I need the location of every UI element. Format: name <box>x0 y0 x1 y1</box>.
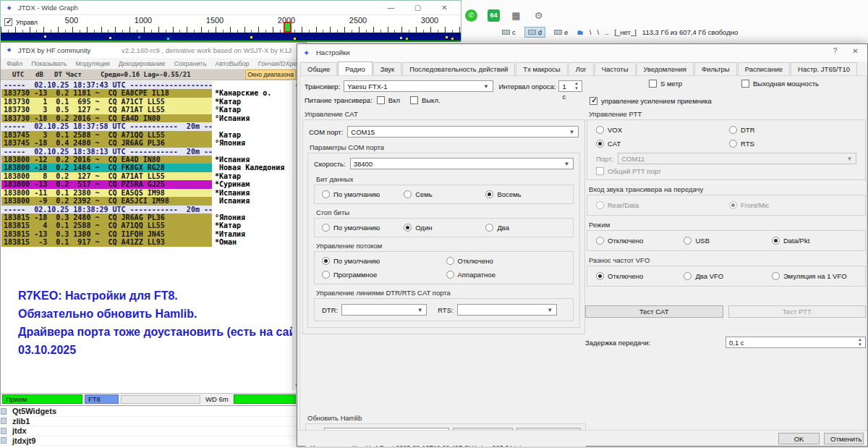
test-cat-button[interactable]: Тест CAT <box>585 305 723 318</box>
path-root[interactable]: \ <box>590 28 592 36</box>
decode-message[interactable]: 183815 4 0.1 2588 ~ CQ A71QQ LL55 <box>1 221 212 229</box>
radio-option[interactable]: Семь <box>404 190 485 198</box>
decode-list[interactable]: ----- 02.10.25 18:37:43 UTC ------------… <box>1 81 292 247</box>
waterfall-display[interactable] <box>1 33 461 41</box>
decode-message[interactable]: 183800 -18 0.2 1484 ~ CQ FK8GX RG28 <box>1 164 212 172</box>
tab-tx-макросы[interactable]: Tx макросы <box>516 62 567 76</box>
tx-delay-spinner[interactable]: 0,1 с▲▼ <box>726 337 866 348</box>
radio-option[interactable]: DTR <box>729 126 862 134</box>
radio-option[interactable]: Восемь <box>485 190 570 198</box>
settings-titlebar[interactable]: ✦ Настройки ? ✕ <box>297 44 867 62</box>
control-checkbox[interactable] <box>4 18 12 26</box>
com-port-combo[interactable]: COM15▼ <box>347 126 579 138</box>
radio-icon[interactable] <box>404 224 412 232</box>
radio-icon[interactable] <box>684 272 692 280</box>
radio-option[interactable]: Data/Pkt <box>772 237 862 245</box>
decode-row[interactable]: 183730 -18 0.2 2016 ~ CQ EA4D IN80°Испан… <box>1 114 292 122</box>
ok-button[interactable]: OK <box>778 433 820 444</box>
decode-message[interactable]: 183800 8 0.2 127 ~ CQ A71AT LL55 <box>1 172 212 180</box>
file-row[interactable]: jtdx <box>0 426 297 436</box>
decode-row[interactable]: 183800 -18 0.2 1484 ~ CQ FK8GX RG28 Нова… <box>1 164 292 172</box>
menu-item[interactable]: Показывать <box>27 60 71 67</box>
decode-message[interactable]: 183730 -13 0.2 1181 ~ CQ EA8CPE IL18 <box>1 89 212 97</box>
spinner-arrows-icon[interactable]: ▲▼ <box>856 337 864 347</box>
power-off-option[interactable]: Выкл. <box>410 96 441 104</box>
power-on-option[interactable]: Вкл <box>377 96 400 104</box>
dtr-combo[interactable]: ▼ <box>341 304 427 316</box>
tab-лог[interactable]: Лог <box>569 62 594 76</box>
decode-message[interactable]: 183800 -12 0.2 2016 ~ CQ EA4D IN80 <box>1 156 212 164</box>
file-row[interactable]: zlib1 <box>0 417 297 427</box>
path-up[interactable]: .. <box>605 28 608 36</box>
decode-row[interactable]: 183800 -13 0.2 517 ~ CQ PZ5RA GJ25*Сурин… <box>1 180 292 188</box>
folder-icon[interactable]: 🖿 <box>576 28 584 36</box>
decode-row[interactable]: 183745 3 0.1 2588 ~ CQ A71QQ LL55 Катар <box>1 131 292 139</box>
decode-row[interactable]: 183800 -11 0.1 2380 ~ CQ EA5QS IM98*Испа… <box>1 189 292 197</box>
decode-message[interactable]: 183745 -18 0.4 2480 ~ CQ JR6AG PL36 <box>1 139 212 147</box>
radio-option[interactable]: USB <box>684 237 771 245</box>
radio-icon[interactable] <box>404 190 412 198</box>
64bit-badge-icon[interactable]: 64 <box>488 9 500 22</box>
drive-e[interactable]: e <box>551 28 571 37</box>
decode-message[interactable]: 183800 -13 0.2 517 ~ CQ PZ5RA GJ25 <box>1 180 212 188</box>
decode-row[interactable]: 183730 3 0.5 127 ~ CQ A71AT LL55°Катар <box>1 106 292 114</box>
smeter-option[interactable]: S метр <box>649 80 682 88</box>
radio-option[interactable]: По умолчанию <box>322 224 404 232</box>
radio-option[interactable]: Два VFO <box>684 272 771 280</box>
radio-icon[interactable] <box>322 224 330 232</box>
tab-частоты[interactable]: Частоты <box>595 62 636 76</box>
radio-icon[interactable] <box>772 272 780 280</box>
decode-message[interactable]: 183800 -9 0.2 2392 ~ CQ EA5JCI IM98 <box>1 197 212 205</box>
radio-option[interactable]: Два <box>485 224 570 232</box>
decode-row[interactable]: 183815 -3 0.1 917 ~ CQ A41ZZ LL93*Оман <box>1 238 292 246</box>
tab-расписание[interactable]: Расписание <box>738 62 790 76</box>
radio-icon[interactable] <box>729 126 737 134</box>
close-button[interactable]: ✕ <box>434 1 455 14</box>
radio-option[interactable]: VOX <box>596 126 729 134</box>
tab-звук[interactable]: Звук <box>373 62 401 76</box>
radio-option[interactable]: Отключено <box>596 237 684 245</box>
decode-row[interactable]: 183730 1 0.1 695 ~ CQ A71CT LL55*Катар <box>1 98 292 106</box>
rx-frequency-marker[interactable] <box>284 22 292 33</box>
wide-graph-titlebar[interactable]: ✦ JTDX - Wide Graph — ▢ ✕ <box>1 1 461 15</box>
decode-row[interactable]: 183800 8 0.2 127 ~ CQ A71AT LL55*Катар <box>1 172 292 180</box>
menu-item[interactable]: АвтоВыбор <box>210 60 253 67</box>
decode-row[interactable]: 183800 -9 0.2 2392 ~ CQ EA5JCI IM98 Испа… <box>1 197 292 205</box>
decode-message[interactable]: 183730 3 0.5 127 ~ CQ A71AT LL55 <box>1 106 212 114</box>
help-button[interactable]: ? <box>825 44 846 58</box>
decode-message[interactable]: 183745 3 0.1 2588 ~ CQ A71QQ LL55 <box>1 131 212 139</box>
decode-message[interactable]: 183815 -3 0.1 917 ~ CQ A41ZZ LL93 <box>1 238 212 246</box>
menu-item[interactable]: Сохранить <box>170 60 211 67</box>
radio-icon[interactable] <box>446 271 454 279</box>
radio-icon[interactable] <box>322 257 330 265</box>
radio-icon[interactable] <box>485 224 493 232</box>
file-row[interactable]: Qt5Widgets <box>0 407 297 417</box>
decode-row[interactable]: 183745 -18 0.4 2480 ~ CQ JR6AG PL36°Япон… <box>1 139 292 147</box>
control-checkbox-row[interactable]: Управл <box>4 18 38 26</box>
radio-icon[interactable] <box>596 126 604 134</box>
gear-icon[interactable]: ⚙ <box>532 9 545 22</box>
menu-item[interactable]: Файл <box>2 60 27 67</box>
radio-icon[interactable] <box>322 190 330 198</box>
radio-option[interactable]: Программное <box>322 271 446 279</box>
decode-message[interactable]: 183800 -11 0.1 2380 ~ CQ EA5QS IM98 <box>1 189 212 197</box>
radio-icon[interactable] <box>596 272 604 280</box>
radio-option[interactable]: По умолчанию <box>322 190 404 198</box>
decode-message[interactable]: 183730 -18 0.2 2016 ~ CQ EA4D IN80 <box>1 114 212 122</box>
baud-rate-combo[interactable]: 38400▼ <box>350 158 574 169</box>
agc-checkbox[interactable] <box>590 97 597 105</box>
decode-row[interactable]: 183800 -12 0.2 2016 ~ CQ EA4D IN80*Испан… <box>1 156 292 164</box>
power-on-checkbox[interactable] <box>377 96 385 104</box>
cancel-button[interactable]: Отменить <box>824 433 864 444</box>
phone-icon[interactable]: ✆ <box>465 9 477 22</box>
minimize-button[interactable]: — <box>380 1 401 14</box>
spinner-arrows-icon[interactable]: ▲▼ <box>572 81 581 91</box>
radio-option[interactable]: RTS <box>729 140 862 148</box>
file-row[interactable]: jtdxjt9 <box>0 436 297 447</box>
tab-фильтры[interactable]: Фильтры <box>694 62 737 76</box>
power-off-checkbox[interactable] <box>410 96 418 104</box>
radio-icon[interactable] <box>772 237 780 245</box>
radio-icon[interactable] <box>485 190 493 198</box>
menu-item[interactable]: Модуляция <box>72 60 114 67</box>
decode-row[interactable]: 183815 4 0.1 2588 ~ CQ A71QQ LL55*Катар <box>1 221 292 229</box>
